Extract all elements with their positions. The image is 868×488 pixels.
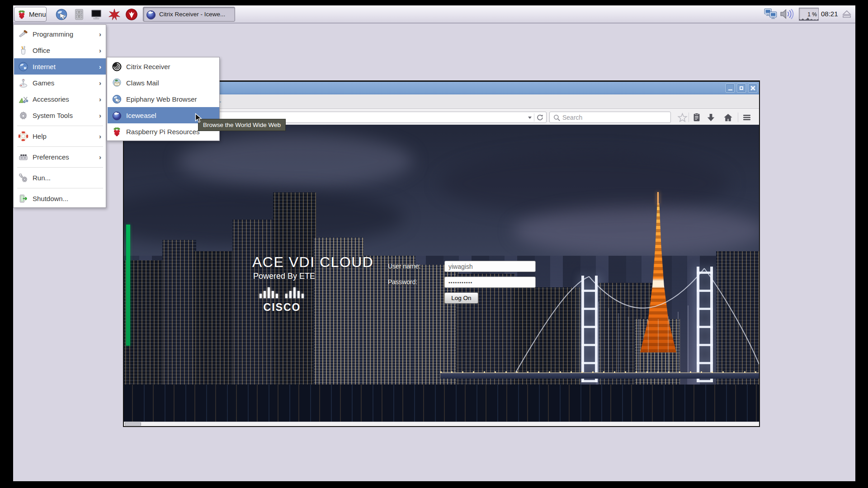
file-manager-icon xyxy=(73,8,85,21)
submenu-item-epiphany[interactable]: Epiphany Web Browser xyxy=(108,91,219,107)
menu-item-internet[interactable]: Internet › xyxy=(14,58,106,75)
menu-item-office[interactable]: Office › xyxy=(14,42,106,58)
menu-item-label: Programming xyxy=(33,30,73,38)
cloud xyxy=(178,134,413,188)
menu-button-label: Menu xyxy=(29,10,46,18)
cloud xyxy=(513,206,759,256)
menu-item-shutdown[interactable]: Shutdown... xyxy=(14,190,106,206)
menu-item-label: Run... xyxy=(33,174,51,182)
citrix-receiver-icon xyxy=(111,61,122,72)
system-tools-icon xyxy=(18,110,28,121)
taskbar: Menu Citrix Receiver - Icewe... xyxy=(13,5,855,23)
office-icon xyxy=(18,45,28,56)
web-browser-icon xyxy=(55,8,68,21)
taskbar-window-button[interactable]: Citrix Receiver - Icewe... xyxy=(143,7,235,22)
network-tray-item[interactable] xyxy=(764,8,778,20)
launcher-web-browser[interactable] xyxy=(54,7,69,22)
menu-item-system-tools[interactable]: System Tools › xyxy=(14,107,106,123)
clock[interactable]: 08:21 xyxy=(821,10,838,18)
home-icon xyxy=(723,113,733,123)
water xyxy=(124,385,759,422)
desktop: Menu Citrix Receiver - Icewe... xyxy=(13,5,855,481)
terminal-icon xyxy=(90,8,103,21)
username-label: User name: xyxy=(388,263,420,270)
minimize-button[interactable] xyxy=(726,84,735,93)
submenu-arrow-icon: › xyxy=(99,132,101,140)
cisco-bars-icon xyxy=(259,286,305,298)
clipboard-icon xyxy=(692,113,702,122)
submenu-item-citrix-receiver[interactable]: Citrix Receiver xyxy=(108,58,219,75)
launcher-wolfram[interactable] xyxy=(124,7,139,22)
menu-item-games[interactable]: Games › xyxy=(14,75,106,91)
menu-item-label: Accessories xyxy=(33,95,69,103)
help-icon xyxy=(18,131,28,141)
search-bar[interactable] xyxy=(549,112,671,123)
submenu-item-claws-mail[interactable]: Claws Mail xyxy=(108,75,219,91)
menu-item-help[interactable]: Help › xyxy=(14,128,106,144)
screen: Menu Citrix Receiver - Icewe... xyxy=(0,0,868,488)
menu-item-label: System Tools xyxy=(33,112,73,119)
password-field[interactable] xyxy=(444,277,536,288)
menu-item-label: Office xyxy=(33,47,50,54)
menu-item-programming[interactable]: Programming › xyxy=(14,26,106,42)
bookmark-star-button[interactable] xyxy=(677,112,688,123)
internet-icon xyxy=(18,61,28,72)
open-menu-button[interactable] xyxy=(741,112,752,123)
maximize-icon xyxy=(740,86,743,90)
page-content: ACE VDI CLOUD Powered By ETE CISCO User … xyxy=(124,125,759,422)
menu-button[interactable]: Menu xyxy=(14,7,47,22)
scrollbar-thumb[interactable] xyxy=(125,422,141,426)
menu-item-label: Games xyxy=(33,79,54,87)
submenu-item-label: Iceweasel xyxy=(126,112,156,119)
green-stripe xyxy=(126,225,130,346)
close-button[interactable] xyxy=(748,84,757,93)
chevron-down-icon[interactable] xyxy=(528,117,532,119)
launcher-terminal[interactable] xyxy=(89,7,104,22)
menu-item-label: Preferences xyxy=(33,153,69,161)
submenu-item-label: Raspberry Pi Resources xyxy=(126,128,200,136)
volume-tray-item[interactable] xyxy=(779,8,795,20)
download-arrow-icon xyxy=(706,113,716,123)
bookmarks-menu-button[interactable] xyxy=(691,112,702,123)
run-icon xyxy=(18,172,28,183)
menu-separator xyxy=(17,126,103,126)
submenu-arrow-icon: › xyxy=(99,95,101,103)
raspberry-icon xyxy=(111,126,122,137)
home-button[interactable] xyxy=(722,112,733,123)
menu-item-accessories[interactable]: Accessories › xyxy=(14,91,106,107)
tooltip: Browse the World Wide Web xyxy=(198,119,286,131)
menu-separator xyxy=(17,167,103,168)
menu-item-label: Help xyxy=(33,132,47,140)
submenu-arrow-icon: › xyxy=(99,79,101,87)
hamburger-icon xyxy=(741,112,752,123)
username-field[interactable] xyxy=(444,261,536,272)
menu-item-run[interactable]: Run... xyxy=(14,169,106,186)
iceweasel-icon xyxy=(146,9,156,20)
search-input[interactable] xyxy=(562,114,662,121)
iceweasel-icon xyxy=(111,110,122,121)
maximize-button[interactable] xyxy=(737,84,746,93)
city-building xyxy=(162,240,196,396)
launcher-file-manager[interactable] xyxy=(71,7,86,22)
cloud xyxy=(440,152,730,215)
cpu-monitor[interactable]: 1 % xyxy=(799,8,819,21)
city-building xyxy=(361,256,415,396)
eject-tray-item[interactable] xyxy=(841,9,853,20)
launcher-mathematica[interactable] xyxy=(107,7,122,22)
mouse-cursor xyxy=(195,113,203,125)
bridge-deck xyxy=(440,372,759,379)
reload-button[interactable] xyxy=(535,113,544,124)
page-subtitle: Powered By ETE xyxy=(253,272,315,281)
volume-icon xyxy=(779,8,795,20)
close-icon xyxy=(750,86,755,90)
logon-button[interactable]: Log On xyxy=(444,292,478,304)
shutdown-icon xyxy=(18,193,28,204)
horizontal-scrollbar[interactable] xyxy=(124,422,759,426)
star-icon xyxy=(677,113,688,123)
submenu-item-label: Citrix Receiver xyxy=(126,63,170,70)
downloads-button[interactable] xyxy=(705,112,716,123)
programming-icon xyxy=(18,28,28,39)
mathematica-icon xyxy=(108,8,121,21)
claws-mail-icon xyxy=(111,77,122,88)
menu-item-preferences[interactable]: Preferences › xyxy=(14,149,106,165)
